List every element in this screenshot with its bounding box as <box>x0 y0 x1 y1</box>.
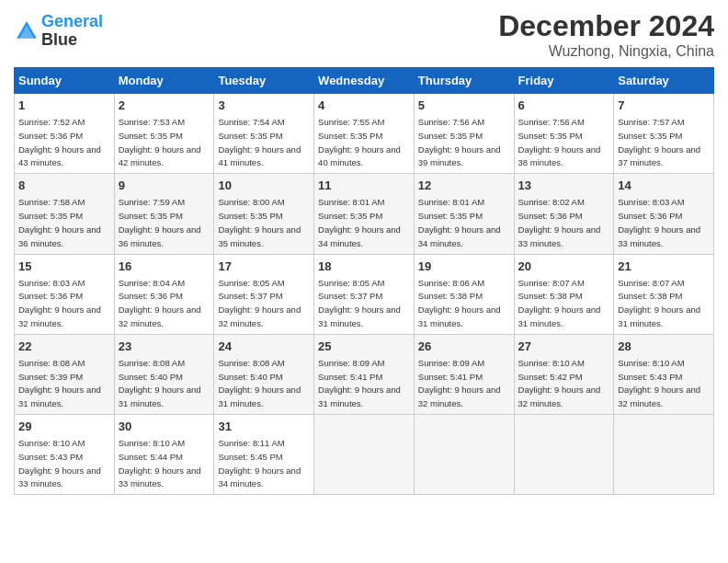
day-info: Sunrise: 8:09 AMSunset: 5:41 PMDaylight:… <box>318 358 401 408</box>
calendar-cell: 20Sunrise: 8:07 AMSunset: 5:38 PMDayligh… <box>514 254 614 334</box>
day-info: Sunrise: 8:01 AMSunset: 5:35 PMDaylight:… <box>418 197 501 247</box>
day-info: Sunrise: 8:10 AMSunset: 5:42 PMDaylight:… <box>518 358 601 408</box>
day-number: 4 <box>318 98 410 114</box>
calendar-cell: 11Sunrise: 8:01 AMSunset: 5:35 PMDayligh… <box>314 174 415 254</box>
calendar-cell: 27Sunrise: 8:10 AMSunset: 5:42 PMDayligh… <box>514 334 614 414</box>
day-number: 27 <box>518 339 610 355</box>
day-info: Sunrise: 8:10 AMSunset: 5:43 PMDaylight:… <box>18 438 101 488</box>
calendar-cell <box>514 415 614 495</box>
day-info: Sunrise: 8:10 AMSunset: 5:43 PMDaylight:… <box>618 358 700 408</box>
main-title: December 2024 <box>498 9 714 43</box>
day-number: 26 <box>418 339 510 355</box>
day-number: 15 <box>18 259 110 275</box>
calendar-cell: 16Sunrise: 8:04 AMSunset: 5:36 PMDayligh… <box>114 254 214 334</box>
day-info: Sunrise: 7:54 AMSunset: 5:35 PMDaylight:… <box>218 117 301 167</box>
day-number: 12 <box>418 178 510 194</box>
calendar-cell: 23Sunrise: 8:08 AMSunset: 5:40 PMDayligh… <box>114 334 214 414</box>
day-number: 13 <box>518 178 610 194</box>
calendar-week-5: 29Sunrise: 8:10 AMSunset: 5:43 PMDayligh… <box>15 415 714 495</box>
calendar-cell <box>614 415 714 495</box>
day-info: Sunrise: 7:57 AMSunset: 5:35 PMDaylight:… <box>618 117 700 167</box>
calendar-cell: 15Sunrise: 8:03 AMSunset: 5:36 PMDayligh… <box>15 254 115 334</box>
day-number: 28 <box>618 339 710 355</box>
calendar-week-1: 1Sunrise: 7:52 AMSunset: 5:36 PMDaylight… <box>15 94 714 174</box>
title-block: December 2024 Wuzhong, Ningxia, China <box>498 9 714 60</box>
calendar-cell <box>314 415 415 495</box>
day-number: 30 <box>119 419 210 435</box>
day-info: Sunrise: 8:06 AMSunset: 5:38 PMDaylight:… <box>418 278 501 328</box>
day-info: Sunrise: 8:07 AMSunset: 5:38 PMDaylight:… <box>618 278 700 328</box>
calendar-cell: 14Sunrise: 8:03 AMSunset: 5:36 PMDayligh… <box>614 174 714 254</box>
calendar-cell: 24Sunrise: 8:08 AMSunset: 5:40 PMDayligh… <box>214 334 314 414</box>
day-info: Sunrise: 8:05 AMSunset: 5:37 PMDaylight:… <box>318 278 401 328</box>
day-number: 7 <box>618 98 710 114</box>
calendar-cell: 30Sunrise: 8:10 AMSunset: 5:44 PMDayligh… <box>114 415 214 495</box>
day-number: 20 <box>518 259 610 275</box>
weekday-header-saturday: Saturday <box>614 68 714 94</box>
day-info: Sunrise: 8:01 AMSunset: 5:35 PMDaylight:… <box>318 197 401 247</box>
logo-icon <box>14 18 40 44</box>
day-info: Sunrise: 8:08 AMSunset: 5:39 PMDaylight:… <box>18 358 101 408</box>
calendar-week-4: 22Sunrise: 8:08 AMSunset: 5:39 PMDayligh… <box>15 334 714 414</box>
calendar-cell: 4Sunrise: 7:55 AMSunset: 5:35 PMDaylight… <box>314 94 415 174</box>
page-container: General Blue December 2024 Wuzhong, Ning… <box>0 0 728 563</box>
day-number: 11 <box>318 178 410 194</box>
day-info: Sunrise: 7:55 AMSunset: 5:35 PMDaylight:… <box>318 117 401 167</box>
weekday-header-wednesday: Wednesday <box>314 68 415 94</box>
calendar-cell: 7Sunrise: 7:57 AMSunset: 5:35 PMDaylight… <box>614 94 714 174</box>
calendar-cell: 19Sunrise: 8:06 AMSunset: 5:38 PMDayligh… <box>414 254 514 334</box>
day-number: 19 <box>418 259 510 275</box>
day-number: 18 <box>318 259 410 275</box>
day-info: Sunrise: 7:52 AMSunset: 5:36 PMDaylight:… <box>18 117 101 167</box>
day-info: Sunrise: 8:08 AMSunset: 5:40 PMDaylight:… <box>119 358 201 408</box>
calendar-week-2: 8Sunrise: 7:58 AMSunset: 5:35 PMDaylight… <box>15 174 714 254</box>
day-info: Sunrise: 8:07 AMSunset: 5:38 PMDaylight:… <box>518 278 601 328</box>
calendar-cell: 10Sunrise: 8:00 AMSunset: 5:35 PMDayligh… <box>214 174 314 254</box>
calendar-cell: 12Sunrise: 8:01 AMSunset: 5:35 PMDayligh… <box>414 174 514 254</box>
day-number: 25 <box>318 339 410 355</box>
day-number: 14 <box>618 178 710 194</box>
weekday-header-tuesday: Tuesday <box>214 68 314 94</box>
calendar-table: SundayMondayTuesdayWednesdayThursdayFrid… <box>14 67 714 495</box>
calendar-cell: 6Sunrise: 7:56 AMSunset: 5:35 PMDaylight… <box>514 94 614 174</box>
weekday-header-row: SundayMondayTuesdayWednesdayThursdayFrid… <box>15 68 714 94</box>
calendar-cell: 8Sunrise: 7:58 AMSunset: 5:35 PMDaylight… <box>15 174 115 254</box>
day-number: 31 <box>218 419 310 435</box>
day-info: Sunrise: 7:58 AMSunset: 5:35 PMDaylight:… <box>18 197 101 247</box>
calendar-cell: 17Sunrise: 8:05 AMSunset: 5:37 PMDayligh… <box>214 254 314 334</box>
calendar-cell: 9Sunrise: 7:59 AMSunset: 5:35 PMDaylight… <box>114 174 214 254</box>
day-number: 17 <box>218 259 310 275</box>
weekday-header-monday: Monday <box>114 68 214 94</box>
calendar-cell: 31Sunrise: 8:11 AMSunset: 5:45 PMDayligh… <box>214 415 314 495</box>
day-info: Sunrise: 8:02 AMSunset: 5:36 PMDaylight:… <box>518 197 601 247</box>
calendar-cell: 29Sunrise: 8:10 AMSunset: 5:43 PMDayligh… <box>15 415 115 495</box>
day-info: Sunrise: 7:59 AMSunset: 5:35 PMDaylight:… <box>119 197 201 247</box>
day-info: Sunrise: 8:05 AMSunset: 5:37 PMDaylight:… <box>218 278 301 328</box>
day-number: 3 <box>218 98 310 114</box>
day-number: 21 <box>618 259 710 275</box>
calendar-cell: 25Sunrise: 8:09 AMSunset: 5:41 PMDayligh… <box>314 334 415 414</box>
day-number: 22 <box>18 339 110 355</box>
calendar-cell: 5Sunrise: 7:56 AMSunset: 5:35 PMDaylight… <box>414 94 514 174</box>
calendar-cell: 2Sunrise: 7:53 AMSunset: 5:35 PMDaylight… <box>114 94 214 174</box>
day-info: Sunrise: 8:04 AMSunset: 5:36 PMDaylight:… <box>119 278 201 328</box>
day-number: 23 <box>119 339 210 355</box>
day-number: 6 <box>518 98 610 114</box>
day-number: 1 <box>18 98 110 114</box>
calendar-cell: 26Sunrise: 8:09 AMSunset: 5:41 PMDayligh… <box>414 334 514 414</box>
weekday-header-sunday: Sunday <box>15 68 115 94</box>
day-number: 16 <box>119 259 210 275</box>
day-info: Sunrise: 8:03 AMSunset: 5:36 PMDaylight:… <box>618 197 700 247</box>
day-number: 10 <box>218 178 310 194</box>
page-header: General Blue December 2024 Wuzhong, Ning… <box>14 9 714 60</box>
calendar-cell: 18Sunrise: 8:05 AMSunset: 5:37 PMDayligh… <box>314 254 415 334</box>
day-number: 8 <box>18 178 110 194</box>
day-info: Sunrise: 7:56 AMSunset: 5:35 PMDaylight:… <box>418 117 501 167</box>
day-number: 2 <box>119 98 210 114</box>
logo: General Blue <box>14 13 103 50</box>
day-info: Sunrise: 8:11 AMSunset: 5:45 PMDaylight:… <box>218 438 301 488</box>
day-info: Sunrise: 8:00 AMSunset: 5:35 PMDaylight:… <box>218 197 301 247</box>
day-number: 24 <box>218 339 310 355</box>
day-number: 9 <box>119 178 210 194</box>
calendar-week-3: 15Sunrise: 8:03 AMSunset: 5:36 PMDayligh… <box>15 254 714 334</box>
